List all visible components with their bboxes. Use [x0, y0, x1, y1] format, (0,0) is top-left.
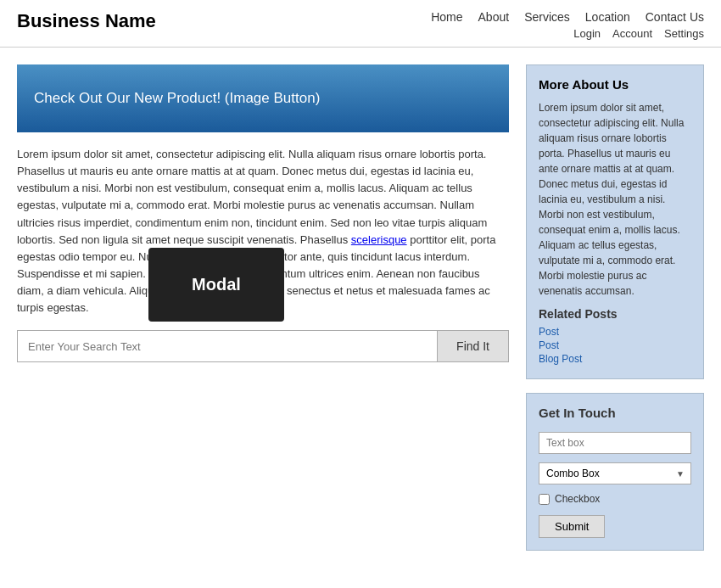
more-about-box: More About Us Lorem ipsum dolor sit amet…	[526, 64, 704, 379]
combo-box-wrapper: Combo BoxOption 1Option 2	[539, 462, 691, 484]
related-post-link[interactable]: Blog Post	[539, 353, 691, 365]
main-column: Check Out Our New Product! (Image Button…	[17, 64, 509, 551]
search-bar: Find It	[17, 330, 509, 362]
submit-button[interactable]: Submit	[539, 515, 605, 538]
modal-dialog: Modal	[148, 248, 284, 322]
contact-textbox[interactable]	[539, 432, 691, 454]
related-post-link[interactable]: Post	[539, 339, 691, 351]
main-nav-services[interactable]: Services	[524, 10, 570, 24]
related-post-link[interactable]: Post	[539, 326, 691, 338]
more-about-title: More About Us	[539, 77, 691, 92]
main-nav: HomeAboutServicesLocationContact Us	[431, 10, 704, 24]
main-nav-contact-us[interactable]: Contact Us	[646, 10, 704, 24]
get-in-touch-title: Get In Touch	[539, 406, 691, 420]
related-posts: Related Posts PostPostBlog Post	[539, 307, 691, 365]
site-header: Business Name HomeAboutServicesLocationC…	[0, 0, 721, 48]
business-name: Business Name	[17, 10, 156, 32]
secondary-nav-account[interactable]: Account	[612, 27, 652, 40]
navigation-area: HomeAboutServicesLocationContact Us Logi…	[431, 10, 704, 40]
page-content: Check Out Our New Product! (Image Button…	[0, 48, 721, 568]
related-posts-links: PostPostBlog Post	[539, 326, 691, 365]
sidebar-column: More About Us Lorem ipsum dolor sit amet…	[526, 64, 704, 551]
secondary-nav-login[interactable]: Login	[573, 27, 601, 40]
checkbox-row: Checkbox	[539, 493, 691, 505]
contact-checkbox[interactable]	[539, 494, 550, 505]
secondary-nav: LoginAccountSettings	[573, 27, 704, 40]
body-text-container: Lorem ipsum dolor sit amet, consectetur …	[17, 146, 509, 316]
main-nav-home[interactable]: Home	[431, 10, 462, 24]
secondary-nav-settings[interactable]: Settings	[664, 27, 704, 40]
image-banner-button[interactable]: Check Out Our New Product! (Image Button…	[17, 64, 509, 132]
main-nav-about[interactable]: About	[478, 10, 510, 24]
get-in-touch-box: Get In Touch Combo BoxOption 1Option 2 C…	[526, 393, 704, 551]
body-text-1: Lorem ipsum dolor sit amet, consectetur …	[17, 148, 487, 246]
related-posts-title: Related Posts	[539, 307, 691, 321]
find-it-button[interactable]: Find It	[437, 331, 508, 361]
combo-box[interactable]: Combo BoxOption 1Option 2	[539, 462, 691, 484]
more-about-text: Lorem ipsum dolor sit amet, consectetur …	[539, 100, 691, 299]
modal-text: Modal	[192, 275, 241, 294]
main-nav-location[interactable]: Location	[585, 10, 630, 24]
scelerisque-link[interactable]: scelerisque	[351, 233, 407, 246]
checkbox-label: Checkbox	[555, 493, 600, 505]
search-input[interactable]	[18, 331, 437, 361]
